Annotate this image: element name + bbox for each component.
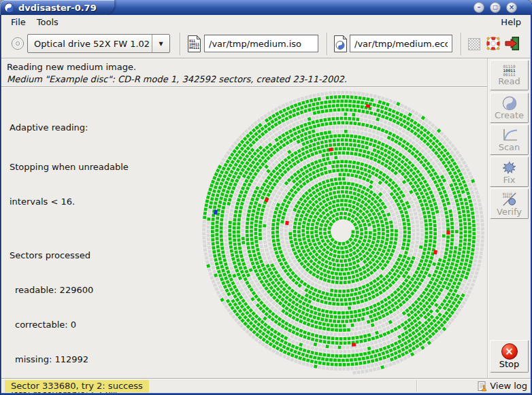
close-button[interactable]: × bbox=[506, 2, 517, 13]
main-area: Adaptive reading: Stopping when unreadab… bbox=[1, 88, 487, 378]
disc-sector-map bbox=[198, 88, 486, 376]
read-button-label: Read bbox=[498, 77, 520, 86]
log-document-hand-icon bbox=[477, 381, 488, 392]
quit-button[interactable] bbox=[505, 36, 520, 51]
create-yinyang-icon bbox=[502, 96, 517, 111]
drive-select-value: Optical drive 52X FW 1.02 bbox=[28, 39, 152, 49]
drive-select[interactable]: Optical drive 52X FW 1.02 ▼ bbox=[27, 34, 170, 53]
help-button[interactable] bbox=[486, 36, 501, 51]
iso-path-input[interactable] bbox=[204, 35, 318, 52]
verify-button[interactable]: 01110 10011 Verify bbox=[490, 188, 529, 219]
info-stopping-line2: intervals < 16. bbox=[10, 196, 129, 207]
fix-splat-icon bbox=[501, 159, 518, 175]
info-heading: Adaptive reading: bbox=[10, 122, 129, 133]
sector-status-message: Sector 333680, try 2: success bbox=[5, 380, 149, 392]
info-correctable: correctable: 0 bbox=[10, 319, 129, 330]
lifering-icon bbox=[486, 36, 501, 51]
scan-curve-icon bbox=[501, 128, 518, 143]
read-button[interactable]: 01110 10011 00111 Read bbox=[490, 60, 529, 90]
app-icon bbox=[4, 3, 14, 13]
action-sidebar: 01110 10011 00111 Read Create bbox=[487, 58, 531, 378]
fix-button-label: Fix bbox=[503, 175, 516, 185]
verify-magnifier-icon: 01110 10011 bbox=[501, 191, 518, 207]
chevron-down-icon: ▼ bbox=[152, 35, 169, 52]
message-area: Reading new medium image. Medium "Exampl… bbox=[1, 59, 487, 87]
status-line-primary: Reading new medium image. bbox=[7, 61, 482, 73]
menu-help[interactable]: Help bbox=[495, 16, 527, 29]
info-stopping-line1: Stopping when unreadable bbox=[10, 161, 129, 173]
verify-button-label: Verify bbox=[497, 207, 522, 217]
exit-door-icon bbox=[505, 36, 520, 51]
view-log-label: View log bbox=[490, 381, 527, 391]
minimize-button[interactable]: – bbox=[473, 2, 484, 13]
menu-file[interactable]: File bbox=[5, 16, 31, 29]
preferences-button[interactable] bbox=[468, 38, 480, 50]
ecc-path-input[interactable] bbox=[350, 35, 452, 52]
stop-button-label: Stop bbox=[499, 360, 520, 369]
titlebar-tab[interactable]: dvdisaster-0.79 bbox=[0, 0, 114, 15]
maximize-button[interactable]: □ bbox=[490, 2, 501, 13]
create-button[interactable]: Create bbox=[490, 92, 529, 123]
info-sectors-heading: Sectors processed bbox=[10, 250, 129, 261]
window-title: dvdisaster-0.79 bbox=[18, 3, 97, 13]
scan-button[interactable]: Scan bbox=[490, 124, 529, 155]
menubar: File Tools Help bbox=[1, 15, 531, 29]
toolbar: Optical drive 52X FW 1.02 ▼ 011100110011… bbox=[1, 29, 531, 58]
toolbar-separator bbox=[461, 33, 462, 55]
info-readable: readable: 229600 bbox=[10, 284, 129, 296]
toolbar-separator bbox=[180, 33, 181, 55]
info-missing: missing: 112992 bbox=[10, 354, 129, 365]
titlebar[interactable]: dvdisaster-0.79 – □ × bbox=[0, 0, 532, 15]
statusbar: Sector 333680, try 2: success View log bbox=[1, 378, 531, 393]
fix-button[interactable]: Fix bbox=[490, 156, 529, 187]
minimize-icon: – bbox=[478, 4, 481, 11]
statusbar-separator bbox=[416, 380, 418, 392]
drive-cd-icon bbox=[11, 37, 24, 50]
ecc-file-icon bbox=[333, 35, 348, 53]
scan-button-label: Scan bbox=[499, 143, 520, 152]
maximize-icon: □ bbox=[493, 5, 498, 10]
toolbar-separator bbox=[327, 33, 328, 55]
close-icon: × bbox=[509, 4, 514, 11]
create-button-label: Create bbox=[495, 111, 524, 120]
preferences-icon-disabled bbox=[468, 38, 480, 50]
app-window: dvdisaster-0.79 – □ × File Tools Help Op… bbox=[0, 0, 532, 395]
stop-button[interactable]: × Stop bbox=[490, 340, 529, 373]
read-binary-icon: 01110 10011 00111 bbox=[503, 65, 515, 77]
window-body: File Tools Help Optical drive 52X FW 1.0… bbox=[1, 15, 531, 393]
iso-file-icon: 0111001100111 bbox=[187, 35, 201, 53]
view-log-button[interactable]: View log bbox=[477, 381, 527, 392]
adaptive-reading-info: Adaptive reading: Stopping when unreadab… bbox=[10, 99, 129, 393]
menu-tools[interactable]: Tools bbox=[31, 16, 64, 29]
status-line-medium-info: Medium "Example disc": CD-R mode 1, 3425… bbox=[7, 73, 482, 86]
stop-icon: × bbox=[501, 343, 518, 360]
